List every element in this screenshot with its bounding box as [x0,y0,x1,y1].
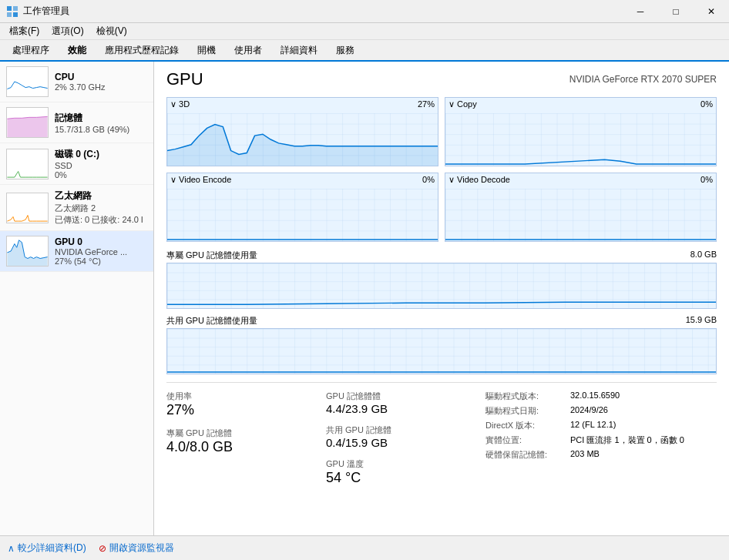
driver-date-val: 2024/9/26 [570,405,608,417]
stat-shared-mem2: 共用 GPU 記憶體 0.4/15.9 GB [326,424,485,449]
slot-val: PCI 匯流排 1，裝置 0，函數 0 [570,434,684,446]
gpu-label: GPU 0 [55,236,147,247]
cpu-thumb [6,66,49,97]
network-sub2: 已傳送: 0 已接收: 24.0 I [55,214,147,226]
driver-ver-row: 驅動程式版本: 32.0.15.6590 [485,391,717,402]
gpu-thumb [6,236,49,267]
stats-col-mem2: GPU 記憶體體 4.4/23.9 GB 共用 GPU 記憶體 0.4/15.9… [326,391,485,495]
chevron-up-icon: ∧ [8,543,15,554]
sidebar-item-cpu[interactable]: CPU 2% 3.70 GHz [0,62,153,102]
close-button[interactable]: ✕ [694,0,729,23]
svg-rect-3 [13,12,18,17]
app-icon [6,5,18,18]
directx-key: DirectX 版本: [485,420,570,431]
chart-3d-percent: 27% [418,99,435,109]
shared-memory-label: 共用 GPU 記憶體使用量 [166,315,257,327]
chart-3d: ∨ 3D 27% [166,97,438,166]
driver-ver-key: 驅動程式版本: [485,391,570,402]
sidebar: CPU 2% 3.70 GHz 記憶體 15.7/31.8 GB (49%) [0,62,154,535]
gpu-title: GPU [166,69,203,89]
circle-stop-icon: ⊘ [99,543,106,554]
svg-rect-1 [13,6,18,11]
shared-memory-chart [166,328,717,374]
sidebar-item-memory[interactable]: 記憶體 15.7/31.8 GB (49%) [0,102,153,143]
disk-thumb [6,149,49,179]
driver-date-key: 驅動程式日期: [485,405,570,417]
minimize-button[interactable]: ─ [623,0,658,23]
window-controls: ─ □ ✕ [623,0,729,23]
dedicated-memory-label: 專屬 GPU 記憶體使用量 [166,250,257,261]
cpu-sub: 2% 3.70 GHz [55,82,147,92]
sidebar-item-gpu[interactable]: GPU 0 NVIDIA GeForce ... 27% (54 °C) [0,231,153,272]
stats-col-usage: 使用率 27% 專屬 GPU 記憶體 4.0/8.0 GB [166,391,326,495]
open-monitor-button[interactable]: ⊘ 開啟資源監視器 [99,542,174,555]
stats-col-info: 驅動程式版本: 32.0.15.6590 驅動程式日期: 2024/9/26 D… [485,391,717,495]
dedicated-memory-chart [166,263,717,309]
maximize-button[interactable]: □ [658,0,694,23]
gpu-model: NVIDIA GeForce RTX 2070 SUPER [569,74,717,85]
tab-startup[interactable]: 開機 [188,39,225,61]
shared-mem-label2: 共用 GPU 記憶體 [326,424,485,436]
menu-view[interactable]: 檢視(V) [90,23,133,39]
svg-rect-16 [167,263,716,308]
chart-3d-label: ∨ 3D [170,99,190,109]
bottom-bar: ∧ 較少詳細資料(D) ⊘ 開啟資源監視器 [0,535,729,560]
chart-encode-percent: 0% [422,175,435,184]
svg-marker-6 [7,116,47,137]
network-thumb [6,193,49,223]
tab-processes[interactable]: 處理程序 [3,39,59,61]
gpu-mem-value: 4.0/8.0 GB [166,439,326,455]
sidebar-item-network[interactable]: 乙太網路 乙太網路 2 已傳送: 0 已接收: 24.0 I [0,185,153,231]
cpu-info: CPU 2% 3.70 GHz [55,72,147,92]
slot-row: 實體位置: PCI 匯流排 1，裝置 0，函數 0 [485,434,717,446]
gpu-mem-label: 專屬 GPU 記憶體 [166,428,326,439]
chart-video-encode: ∨ Video Encode 0% [166,173,438,242]
usage-value: 27% [166,402,326,418]
network-label: 乙太網路 [55,189,147,203]
gpu-sub1: NVIDIA GeForce ... [55,247,147,257]
reserved-key: 硬體保留記憶體: [485,449,570,461]
slot-key: 實體位置: [485,434,570,446]
shared-memory-section: 共用 GPU 記憶體使用量 15.9 GB [166,315,717,374]
temp-label: GPU 溫度 [326,458,485,470]
charts-grid: ∨ 3D 27% ∨ [166,97,717,242]
svg-rect-0 [7,6,12,11]
svg-rect-17 [167,329,716,374]
dedicated-memory-header: 專屬 GPU 記憶體使用量 8.0 GB [166,250,717,261]
tab-details[interactable]: 詳細資料 [271,39,327,61]
shared-mem-value2: 0.4/15.9 GB [326,436,485,449]
dedicated-memory-max: 8.0 GB [690,250,717,261]
chart-encode-label: ∨ Video Encode [170,175,231,185]
tab-performance[interactable]: 效能 [59,40,96,62]
chart-copy-percent: 0% [700,99,713,109]
shared-memory-header: 共用 GPU 記憶體使用量 15.9 GB [166,315,717,327]
chart-copy-label: ∨ Copy [448,99,477,109]
gpu-sub2: 27% (54 °C) [55,257,147,266]
stat-usage: 使用率 27% [166,391,326,418]
main-layout: CPU 2% 3.70 GHz 記憶體 15.7/31.8 GB (49%) [0,62,729,535]
title-bar: 工作管理員 ─ □ ✕ [0,0,729,23]
tab-bar: 處理程序 效能 應用程式歷程記錄 開機 使用者 詳細資料 服務 [0,40,729,62]
svg-rect-14 [167,189,438,241]
tab-users[interactable]: 使用者 [225,39,271,61]
chart-decode-percent: 0% [700,175,713,184]
menu-bar: 檔案(F) 選項(O) 檢視(V) [0,23,729,40]
svg-rect-13 [445,113,716,166]
sidebar-item-disk[interactable]: 磁碟 0 (C:) SSD 0% [0,143,153,185]
svg-rect-2 [7,12,12,17]
network-info: 乙太網路 乙太網路 2 已傳送: 0 已接收: 24.0 I [55,189,147,226]
shared-memory-max: 15.9 GB [686,315,717,327]
menu-options[interactable]: 選項(O) [45,23,89,39]
memory-thumb [6,107,49,138]
window-title: 工作管理員 [23,5,69,18]
gpu-info: GPU 0 NVIDIA GeForce ... 27% (54 °C) [55,236,147,266]
tab-services[interactable]: 服務 [327,39,364,61]
less-detail-button[interactable]: ∧ 較少詳細資料(D) [8,542,86,555]
temp-value: 54 °C [326,470,485,486]
gpu-header: GPU NVIDIA GeForce RTX 2070 SUPER [166,69,717,89]
menu-file[interactable]: 檔案(F) [3,23,45,39]
tab-app-history[interactable]: 應用程式歷程記錄 [96,39,188,61]
disk-label: 磁碟 0 (C:) [55,148,147,161]
stat-shared-mem: GPU 記憶體體 4.4/23.9 GB [326,391,485,415]
shared-mem-value: 4.4/23.9 GB [326,402,485,415]
